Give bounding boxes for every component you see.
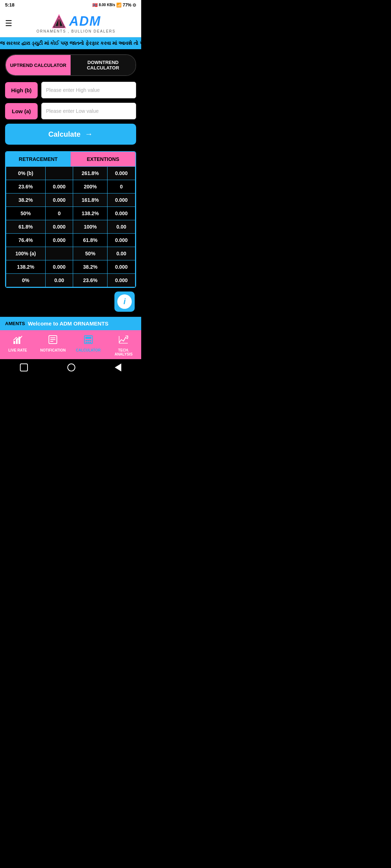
ret-value: 0.000	[45, 260, 73, 274]
ret-label: 38.2%	[6, 193, 46, 207]
calculate-button[interactable]: Calculate →	[5, 124, 136, 145]
ext-label: 61.8%	[73, 234, 108, 247]
welcome-message: Welcome to ADM ORNAMENTS	[28, 320, 109, 327]
hamburger-menu[interactable]: ☰	[5, 19, 12, 28]
ret-label: 76.4%	[6, 234, 46, 247]
low-label: Low (a)	[5, 103, 38, 119]
low-input[interactable]	[41, 103, 136, 119]
calculator-icon	[83, 335, 93, 347]
back-triangle-btn[interactable]	[115, 363, 121, 371]
ext-value: 0.000	[108, 193, 135, 207]
nav-notification[interactable]: NOTIFICATION	[35, 333, 71, 358]
svg-rect-11	[85, 337, 91, 339]
table-row: 76.4% 0.000 61.8% 0.000	[6, 234, 135, 247]
ret-label: 0%	[6, 274, 46, 287]
uptrend-tab[interactable]: UPTREND CALCULATOR	[6, 55, 71, 75]
header: ☰ ADM ORNAMENTS , BULLION DEALERS	[0, 10, 141, 37]
arrow-icon: →	[85, 129, 93, 139]
ret-value: 0.000	[45, 180, 73, 193]
svg-rect-17	[89, 342, 91, 343]
status-time: 5:18	[5, 2, 14, 8]
ret-label: 50%	[6, 207, 46, 220]
bottom-nav: LIVE RATE NOTIFICATION C	[0, 330, 141, 359]
ret-label: 0% (b)	[6, 167, 46, 180]
battery-text: 77%	[123, 3, 131, 8]
status-icons: 🇸🇯 8.00 KB/s 📶 77% ⊙	[92, 3, 136, 8]
ext-value: 0.000	[108, 260, 135, 274]
calculate-label: Calculate	[49, 130, 81, 139]
ext-label: 200%	[73, 180, 108, 193]
svg-rect-15	[85, 342, 87, 343]
nav-calculator[interactable]: CALCULATOR	[71, 333, 106, 358]
high-label: High (b)	[5, 82, 38, 98]
svg-rect-16	[87, 342, 89, 343]
ret-label: 138.2%	[6, 260, 46, 274]
ext-label: 138.2%	[73, 207, 108, 220]
ext-value: 0.00	[108, 247, 135, 260]
logo-subtitle: ORNAMENTS , BULLION DEALERS	[37, 29, 115, 33]
tech-analysis-label: TECH. ANALYSIS	[110, 348, 137, 356]
low-input-row: Low (a)	[5, 103, 136, 119]
ret-value: 0.000	[45, 220, 73, 234]
ext-label: 38.2%	[73, 260, 108, 274]
table-row: 100% (a) 50% 0.00	[6, 247, 135, 260]
ext-label: 23.6%	[73, 274, 108, 287]
high-input-row: High (b)	[5, 82, 136, 98]
ext-value: 0.00	[108, 220, 135, 234]
nav-tech-analysis[interactable]: TECH. ANALYSIS	[106, 333, 142, 358]
ticker-bar: જ સરકાર દ્વારા ડ્યુટી માં કોઈ પણ જાતનો ફ…	[0, 37, 141, 49]
data-table: 0% (b) 261.8% 0.000 23.6% 0.000 200% 0 3…	[6, 166, 135, 287]
table-row: 61.8% 0.000 100% 0.00	[6, 220, 135, 234]
logo-top: ADM	[51, 13, 101, 29]
flag-icon: 🇸🇯	[92, 3, 98, 8]
live-rate-label: LIVE RATE	[8, 348, 27, 352]
retracement-header: RETRACEMENT	[6, 152, 71, 166]
wifi-icon: 📶	[116, 3, 122, 8]
system-nav	[0, 359, 141, 374]
extensions-header: EXTENTIONS	[71, 152, 135, 166]
ext-label: 161.8%	[73, 193, 108, 207]
ret-value: 0.00	[45, 274, 73, 287]
nav-live-rate[interactable]: LIVE RATE	[0, 333, 35, 358]
ret-value	[45, 247, 73, 260]
svg-rect-4	[16, 339, 18, 344]
live-rate-icon	[13, 335, 23, 347]
ret-value	[45, 167, 73, 180]
table-header: RETRACEMENT EXTENTIONS	[6, 152, 135, 166]
high-input[interactable]	[41, 82, 136, 98]
table-row: 23.6% 0.000 200% 0	[6, 180, 135, 193]
info-button[interactable]: i	[114, 292, 135, 312]
logo-triangle-icon	[51, 13, 67, 29]
ext-label: 100%	[73, 220, 108, 234]
downtrend-tab[interactable]: DOWNTREND CALCULATOR	[71, 55, 135, 75]
info-circle-icon: i	[117, 294, 132, 309]
calculator-label: CALCULATOR	[76, 348, 101, 352]
status-signal: 8.00 KB/s	[99, 3, 115, 7]
tab-container: UPTREND CALCULATOR DOWNTREND CALCULATOR	[5, 54, 136, 76]
table-row: 0% 0.00 23.6% 0.000	[6, 274, 135, 287]
ext-value: 0	[108, 180, 135, 193]
svg-rect-3	[13, 341, 15, 344]
tech-analysis-icon	[118, 335, 129, 347]
results-table-container: RETRACEMENT EXTENTIONS 0% (b) 261.8% 0.0…	[5, 151, 136, 288]
welcome-bar: AMENTS Welcome to ADM ORNAMENTS	[0, 317, 141, 330]
table-row: 38.2% 0.000 161.8% 0.000	[6, 193, 135, 207]
back-square-btn[interactable]	[20, 363, 28, 371]
table-row: 138.2% 0.000 38.2% 0.000	[6, 260, 135, 274]
table-row: 50% 0 138.2% 0.000	[6, 207, 135, 220]
logo-container: ADM ORNAMENTS , BULLION DEALERS	[16, 13, 136, 33]
notification-icon	[48, 335, 58, 347]
ext-value: 0.000	[108, 234, 135, 247]
home-circle-btn[interactable]	[67, 363, 75, 371]
ext-value: 0.000	[108, 167, 135, 180]
logo-adm-text: ADM	[69, 14, 101, 29]
ret-value: 0.000	[45, 193, 73, 207]
main-content: UPTREND CALCULATOR DOWNTREND CALCULATOR …	[0, 49, 141, 317]
ret-label: 100% (a)	[6, 247, 46, 260]
status-bar: 5:18 🇸🇯 8.00 KB/s 📶 77% ⊙	[0, 0, 141, 10]
ext-value: 0.000	[108, 274, 135, 287]
ticker-text: જ સરકાર દ્વારા ડ્યુટી માં કોઈ પણ જાતનો ફ…	[0, 40, 141, 46]
ext-value: 0.000	[108, 207, 135, 220]
battery-icon: ⊙	[133, 3, 136, 8]
info-btn-container: i	[5, 292, 136, 312]
